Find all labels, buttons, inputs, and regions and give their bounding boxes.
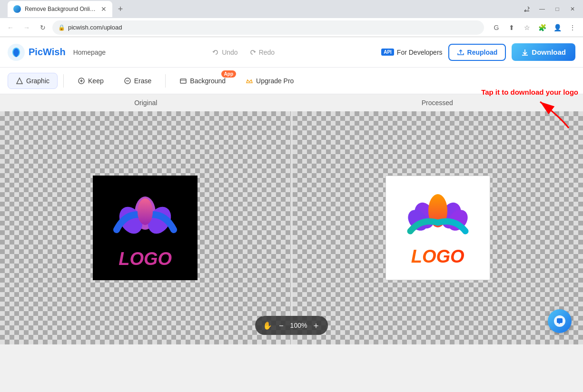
back-button[interactable]: ← — [4, 21, 17, 34]
keep-icon — [78, 77, 85, 85]
background-tool-button[interactable]: Background App — [171, 73, 234, 89]
processed-panel: LOGO — [293, 111, 583, 344]
processed-label: Processed — [422, 99, 453, 107]
redo-label: Redo — [259, 49, 275, 56]
share-icon[interactable]: ⬆ — [505, 21, 518, 34]
address-bar: ← → ↻ 🔒 picwish.com/upload G ⬆ ☆ 🧩 👤 ⋮ — [0, 18, 583, 37]
reupload-label: Reupload — [467, 49, 498, 56]
undo-icon — [212, 49, 219, 56]
browser-tab[interactable]: Remove Background Online 100 ✕ — [8, 1, 112, 17]
minimize-button[interactable] — [520, 2, 534, 16]
refresh-button[interactable]: ↻ — [36, 21, 49, 34]
graphic-icon — [16, 77, 23, 85]
download-label: Download — [532, 48, 566, 56]
homepage-link[interactable]: Homepage — [73, 49, 106, 56]
panels-header: Original Processed — [0, 94, 583, 111]
lock-icon: 🔒 — [58, 24, 65, 31]
toolbar-divider-1 — [63, 74, 64, 88]
google-icon[interactable]: G — [490, 21, 503, 34]
original-panel: LOGO — [0, 111, 291, 344]
toolbar: Graphic Keep Erase Background App Upgrad… — [0, 68, 583, 94]
tab-favicon — [13, 5, 21, 13]
profile-icon[interactable]: 👤 — [551, 21, 564, 34]
tab-close-button[interactable]: ✕ — [101, 5, 107, 13]
app-badge: App — [221, 70, 236, 78]
svg-marker-13 — [247, 80, 252, 83]
zoom-in-button[interactable]: ＋ — [312, 320, 320, 331]
tab-title: Remove Background Online 100 — [25, 6, 97, 12]
reupload-icon — [457, 49, 464, 56]
original-panel-header: Original — [0, 94, 292, 111]
zoom-value: 100% — [290, 322, 307, 329]
close-button[interactable]: ✕ — [566, 2, 579, 16]
download-button[interactable]: Download — [512, 43, 575, 61]
for-developers-label: For Developers — [397, 49, 443, 56]
upgrade-label: Upgrade Pro — [256, 77, 294, 85]
svg-point-17 — [138, 198, 153, 225]
svg-rect-11 — [180, 79, 186, 83]
erase-tool-button[interactable]: Erase — [116, 73, 160, 89]
processed-canvas[interactable]: LOGO — [293, 111, 583, 344]
original-canvas[interactable]: LOGO — [0, 111, 291, 344]
zoom-bar: ✋ － 100% ＋ — [255, 316, 328, 335]
window-controls: — □ ✕ — [520, 2, 579, 16]
processed-image: LOGO — [385, 176, 490, 280]
keep-label: Keep — [88, 77, 104, 85]
processed-logo-text: LOGO — [411, 246, 464, 267]
download-icon — [521, 49, 529, 56]
forward-button[interactable]: → — [20, 21, 33, 34]
app-header: PicWish Homepage Undo Redo API For Devel… — [0, 37, 583, 68]
processed-panel-header: Processed — [292, 94, 583, 111]
svg-marker-5 — [17, 78, 22, 84]
toolbar-divider-2 — [165, 74, 166, 88]
upgrade-tool-button[interactable]: Upgrade Pro — [237, 73, 302, 89]
original-label: Original — [134, 99, 157, 107]
browser-actions: G ⬆ ☆ 🧩 👤 ⋮ — [490, 21, 579, 34]
reupload-button[interactable]: Reupload — [448, 44, 506, 61]
crown-icon — [246, 77, 253, 85]
graphic-label: Graphic — [26, 77, 49, 85]
bookmark-icon[interactable]: ☆ — [520, 21, 534, 34]
redo-button[interactable]: Redo — [249, 49, 275, 56]
api-badge: API — [381, 49, 394, 56]
processed-lotus-svg — [400, 189, 476, 246]
zoom-out-button[interactable]: － — [277, 320, 286, 331]
erase-icon — [124, 77, 131, 85]
redo-icon — [249, 49, 256, 56]
logo-area: PicWish — [8, 44, 66, 61]
chat-bubble-button[interactable] — [548, 309, 572, 333]
url-text: picwish.com/upload — [68, 24, 122, 31]
undo-button[interactable]: Undo — [212, 49, 237, 56]
background-label: Background — [190, 77, 226, 85]
original-logo-text: LOGO — [119, 249, 172, 269]
erase-label: Erase — [134, 77, 152, 85]
chat-icon — [553, 315, 566, 327]
original-image: LOGO — [93, 176, 198, 280]
header-right: API For Developers Reupload Download — [381, 43, 575, 61]
for-developers-button[interactable]: API For Developers — [381, 49, 442, 56]
app-container: PicWish Homepage Undo Redo API For Devel… — [0, 37, 583, 344]
header-center: Undo Redo — [113, 49, 374, 56]
maximize-button[interactable]: — — [535, 2, 549, 16]
new-tab-button[interactable]: + — [112, 1, 128, 17]
url-field[interactable]: 🔒 picwish.com/upload — [52, 20, 484, 35]
picwish-logo-icon — [8, 44, 25, 61]
logo-text: PicWish — [29, 47, 66, 58]
graphic-tool-button[interactable]: Graphic — [8, 73, 58, 89]
hand-icon: ✋ — [263, 321, 272, 330]
undo-label: Undo — [222, 49, 237, 56]
restore-button[interactable]: □ — [551, 2, 564, 16]
extensions-icon[interactable]: 🧩 — [535, 21, 549, 34]
original-lotus-svg — [107, 187, 183, 249]
keep-tool-button[interactable]: Keep — [69, 73, 112, 89]
menu-icon[interactable]: ⋮ — [566, 21, 579, 34]
background-icon — [179, 77, 187, 85]
